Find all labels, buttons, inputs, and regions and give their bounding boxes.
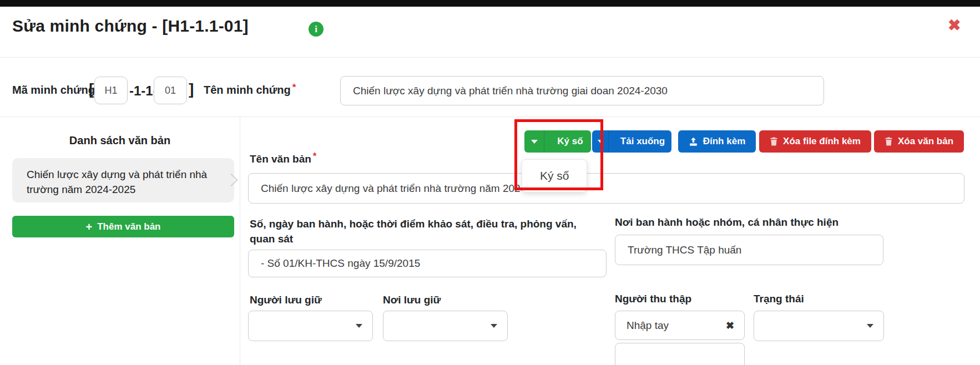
caret-down-icon [531,140,538,144]
caret-down-icon [356,324,362,328]
evidence-code-label: Mã minh chứng: [12,84,99,97]
download-dropdown-toggle[interactable] [592,130,609,153]
caret-down-icon [491,324,497,328]
sign-menu-item[interactable]: Ký số [522,169,587,182]
keeper-label: Người lưu giữ [250,294,322,306]
download-button-label: Tải xuống [614,130,671,153]
delete-document-button[interactable]: Xóa văn bản [874,130,964,153]
sign-dropdown-menu: Ký số [522,159,587,192]
caret-down-icon [598,140,603,143]
issuer-label: Nơi ban hành hoặc nhóm, cá nhân thực hiệ… [615,216,838,229]
attach-button-label: Đính kèm [703,136,746,147]
code-part1-input[interactable] [94,77,128,104]
collector-select[interactable]: Nhập tay ✖ [615,311,745,340]
code-part2-input[interactable] [154,77,187,104]
storage-place-label: Nơi lưu giữ [383,294,441,306]
trash-icon [770,137,778,146]
required-asterisk: * [313,151,317,161]
info-icon[interactable]: i [309,22,324,37]
page-title: Sửa minh chứng - [H1-1.1-01] [12,17,249,36]
evidence-name-label: Tên minh chứng* [204,84,296,97]
document-list-title: Danh sách văn bản [0,134,240,147]
caret-down-icon [867,324,873,328]
upload-icon [689,137,698,146]
document-name-input[interactable] [248,173,964,204]
attach-button[interactable]: Đính kèm [678,130,756,153]
document-list-item[interactable]: Chiến lược xây dựng và phát triển nhà tr… [12,158,234,202]
evidence-name-input[interactable] [340,76,824,105]
document-number-input[interactable] [248,250,607,277]
storage-place-select[interactable] [383,311,508,341]
document-name-label: Tên văn bản* [250,153,316,165]
document-number-label: Số, ngày ban hành, hoặc thời điểm khảo s… [250,216,588,246]
status-label: Trạng thái [754,293,804,305]
sign-dropdown-toggle[interactable] [524,130,544,153]
clear-icon[interactable]: ✖ [726,320,734,332]
status-select[interactable] [754,311,884,341]
collector-label: Người thu thập [615,293,691,305]
document-list-item-label: Chiến lược xây dựng và phát triển nhà tr… [27,167,218,197]
background-page-strip [0,0,980,7]
required-asterisk: * [292,82,296,93]
add-document-button[interactable]: + Thêm văn bản [12,216,234,237]
delete-file-button-label: Xóa file đính kèm [783,136,861,147]
sign-button-label: Ký số [549,130,591,153]
issuer-input[interactable] [615,235,883,265]
edit-evidence-modal: Sửa minh chứng - [H1-1.1-01] i ✖ Mã minh… [0,0,980,365]
bracket-close: ] [189,80,194,98]
download-button[interactable]: Tải xuống [592,130,671,153]
section-divider [0,116,980,117]
sign-button[interactable]: Ký số [524,130,591,153]
close-icon[interactable]: ✖ [948,18,961,33]
collector-manual-input[interactable] [615,343,745,365]
bracket-open: [ [89,80,94,98]
delete-document-button-label: Xóa văn bản [898,136,953,147]
header-divider [0,57,980,58]
plus-icon: + [86,221,93,232]
trash-icon [885,137,893,146]
add-document-button-label: Thêm văn bản [97,221,160,232]
delete-file-button[interactable]: Xóa file đính kèm [759,130,871,153]
keeper-select[interactable] [248,311,373,341]
panel-divider [240,117,240,365]
collector-select-value: Nhập tay [627,320,669,332]
